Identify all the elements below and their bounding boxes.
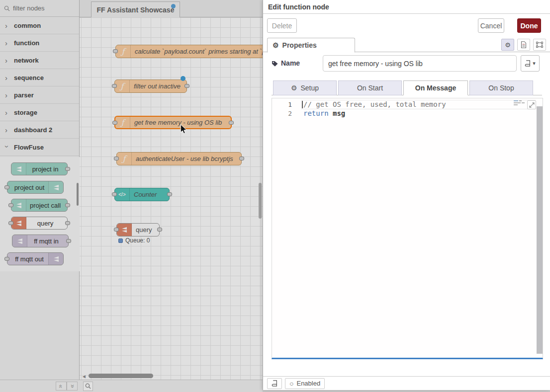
tab-properties-label: Properties — [282, 41, 317, 49]
library-button[interactable]: ▾ — [521, 55, 540, 72]
book-icon — [272, 380, 277, 387]
edit-tray: Edit function node Delete Cancel Done ⚙ … — [263, 0, 550, 390]
cancel-button[interactable]: Cancel — [478, 18, 504, 33]
appearance-view-button[interactable] — [533, 39, 546, 51]
text-caret — [302, 101, 303, 108]
tab-on-message[interactable]: On Message — [403, 80, 468, 95]
editor-scrollbar[interactable] — [537, 106, 543, 354]
enabled-toggle-button[interactable]: ○ Enabled — [285, 378, 325, 389]
code-line-2: return msg — [303, 109, 345, 117]
library-save-button[interactable] — [267, 378, 282, 389]
name-label: Name — [281, 59, 300, 67]
gear-icon: ⚙ — [505, 41, 511, 49]
name-input[interactable] — [323, 55, 517, 72]
circle-toggle-icon: ○ — [289, 380, 293, 388]
function-tab-row: ⚙ Setup On Start On Message On Stop — [263, 80, 550, 100]
tab-setup[interactable]: ⚙ Setup — [273, 80, 337, 95]
code-keyword: return — [303, 109, 329, 117]
done-button[interactable]: Done — [517, 18, 541, 33]
code-line-1: // get OS free, used, total memory — [303, 100, 446, 108]
tray-header: Edit function node — [263, 0, 550, 14]
editor-tab-row: ⚙ Properties ⚙ — [263, 37, 550, 52]
tab-label: On Message — [415, 84, 456, 92]
gear-icon: ⚙ — [273, 41, 279, 49]
description-view-button[interactable] — [517, 39, 530, 51]
tab-properties[interactable]: ⚙ Properties — [267, 38, 355, 53]
enabled-label: Enabled — [296, 380, 320, 387]
line-number: 2 — [272, 110, 292, 117]
workspace-dim-overlay — [0, 0, 263, 392]
tab-label: Setup — [300, 84, 319, 92]
node-red-editor: › common › function › network › sequence… — [0, 0, 550, 392]
editor-minimap — [514, 100, 525, 106]
mouse-cursor — [180, 124, 187, 134]
tab-on-stop[interactable]: On Stop — [469, 80, 533, 95]
object-group-icon — [536, 42, 543, 48]
expand-editor-button[interactable] — [527, 100, 536, 109]
tag-icon — [272, 60, 278, 67]
tray-footer: ○ Enabled — [263, 376, 550, 390]
code-variable: msg — [329, 109, 346, 117]
tab-on-start[interactable]: On Start — [338, 80, 402, 95]
code-comment: // get OS free, used, total memory — [303, 100, 446, 108]
gear-icon: ⚙ — [291, 84, 297, 92]
caret-down-icon: ▾ — [533, 60, 536, 67]
code-editor[interactable]: 1 2 // get OS free, used, total memory r… — [272, 98, 543, 359]
properties-view-button[interactable]: ⚙ — [501, 39, 514, 51]
tray-title: Edit function node — [268, 3, 329, 11]
tray-toolbar: Delete Cancel Done — [263, 14, 550, 37]
line-number: 1 — [272, 101, 292, 108]
delete-button[interactable]: Delete — [267, 18, 297, 33]
document-icon — [521, 41, 527, 48]
book-icon — [525, 60, 531, 67]
tab-label: On Stop — [488, 84, 514, 92]
workspace: › common › function › network › sequence… — [0, 0, 263, 392]
name-form-row: Name ▾ — [263, 52, 550, 80]
tab-label: On Start — [357, 84, 383, 92]
